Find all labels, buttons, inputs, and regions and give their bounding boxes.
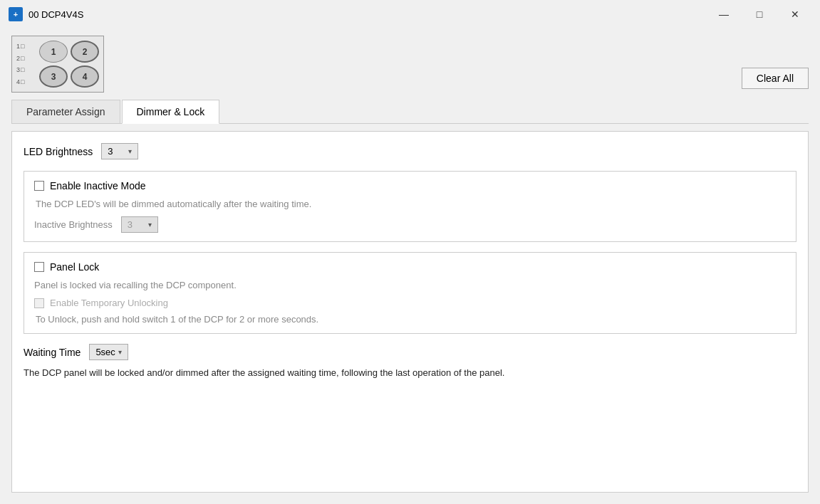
device-preview: 1□ 2□ 3□ 4□ 1 2 3 4	[11, 36, 104, 93]
key-label-2: 2□	[16, 55, 38, 62]
waiting-time-row: Waiting Time 5sec ▾	[24, 344, 796, 360]
title-bar-left: + 00 DCP4V4S	[9, 7, 83, 21]
key-btn-1[interactable]: 1	[39, 41, 68, 63]
waiting-time-arrow: ▾	[118, 348, 122, 356]
footer-description: The DCP panel will be locked and/or dimm…	[24, 367, 796, 378]
led-brightness-row: LED Brightness 3 ▾	[24, 143, 796, 159]
inactive-mode-title: Enable Inactive Mode	[50, 180, 146, 191]
key-buttons-grid: 1 2 3 4	[39, 41, 99, 88]
waiting-time-label: Waiting Time	[24, 347, 81, 358]
app-icon: +	[9, 7, 23, 21]
title-bar: + 00 DCP4V4S — □ ✕	[0, 0, 820, 28]
inactive-brightness-dropdown[interactable]: 3 ▾	[121, 216, 158, 233]
inactive-mode-header: Enable Inactive Mode	[34, 180, 786, 191]
waiting-time-value: 5sec	[95, 347, 115, 357]
key-btn-4[interactable]: 4	[71, 65, 99, 88]
content-area: 1□ 2□ 3□ 4□ 1 2 3 4 Clear All Parameter …	[0, 28, 820, 504]
tabs-bar: Parameter Assign Dimmer & Lock	[11, 100, 809, 124]
close-button[interactable]: ✕	[779, 4, 811, 24]
inactive-brightness-row: Inactive Brightness 3 ▾	[34, 216, 786, 233]
tab-parameter-assign[interactable]: Parameter Assign	[11, 100, 120, 123]
waiting-time-dropdown[interactable]: 5sec ▾	[89, 344, 128, 360]
key-label-1: 1□	[16, 43, 38, 50]
panel-lock-desc: Panel is locked via recalling the DCP co…	[34, 280, 786, 290]
led-brightness-arrow: ▾	[128, 147, 132, 155]
led-brightness-dropdown[interactable]: 3 ▾	[101, 143, 138, 159]
inactive-mode-section: Enable Inactive Mode The DCP LED's will …	[24, 171, 796, 242]
panel-lock-header: Panel Lock	[34, 261, 786, 273]
temp-unlock-label: Enable Temporary Unlocking	[50, 298, 168, 308]
maximize-button[interactable]: □	[743, 4, 776, 24]
inactive-brightness-value: 3	[128, 219, 133, 230]
main-panel: LED Brightness 3 ▾ Enable Inactive Mode …	[11, 131, 809, 493]
temp-unlock-checkbox	[34, 298, 44, 308]
clear-all-button[interactable]: Clear All	[742, 68, 809, 89]
panel-lock-section: Panel Lock Panel is locked via recalling…	[24, 252, 796, 334]
key-label-3: 3□	[16, 66, 38, 73]
temp-unlock-row: Enable Temporary Unlocking	[34, 298, 786, 308]
key-btn-2[interactable]: 2	[71, 41, 99, 63]
top-row: 1□ 2□ 3□ 4□ 1 2 3 4 Clear All	[11, 36, 809, 93]
led-brightness-value: 3	[108, 146, 113, 157]
tab-dimmer-lock[interactable]: Dimmer & Lock	[122, 100, 220, 124]
led-brightness-label: LED Brightness	[24, 146, 93, 157]
main-window: + 00 DCP4V4S — □ ✕ 1□ 2□ 3□ 4□ 1	[0, 0, 820, 504]
inactive-brightness-arrow: ▾	[148, 221, 152, 229]
panel-lock-title: Panel Lock	[50, 261, 99, 273]
inactive-mode-checkbox[interactable]	[34, 181, 44, 191]
key-labels: 1□ 2□ 3□ 4□	[16, 41, 38, 88]
key-label-4: 4□	[16, 78, 38, 85]
inactive-brightness-label: Inactive Brightness	[34, 219, 113, 230]
minimize-button[interactable]: —	[707, 4, 740, 24]
window-title: 00 DCP4V4S	[28, 9, 83, 20]
inactive-mode-desc: The DCP LED's will be dimmed automatical…	[34, 199, 786, 209]
unlock-desc: To Unlock, push and hold switch 1 of the…	[34, 314, 786, 325]
key-btn-3[interactable]: 3	[39, 65, 68, 88]
window-controls: — □ ✕	[707, 4, 811, 24]
panel-lock-checkbox[interactable]	[34, 262, 44, 272]
